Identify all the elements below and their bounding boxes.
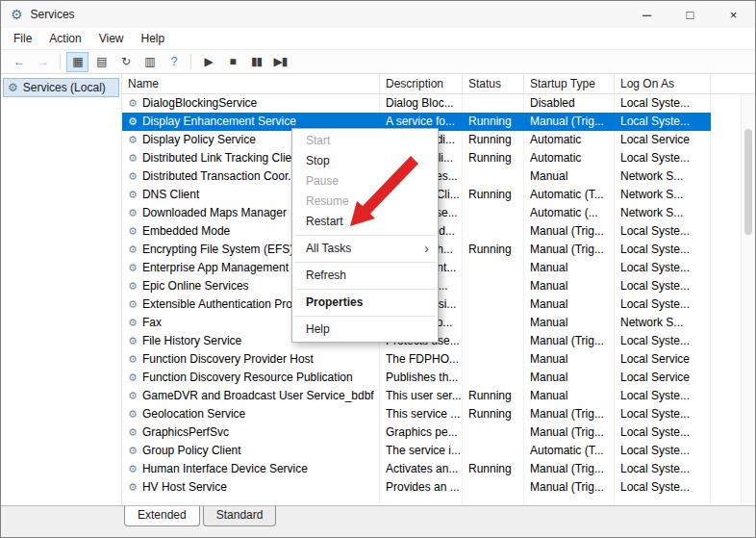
table-row[interactable]: ⚙GraphicsPerfSvcGraphics pe...Manual (Tr… (122, 423, 711, 442)
table-row[interactable]: ⚙Function Discovery Resource Publication… (122, 369, 711, 387)
menu-view[interactable]: View (90, 29, 133, 48)
table-row[interactable]: ⚙Human Interface Device ServiceActivates… (122, 460, 711, 478)
cell-log_on_as: Local Syste... (615, 222, 711, 241)
table-row[interactable]: ⚙Function Discovery Provider HostThe FDP… (122, 350, 711, 369)
cell-name: ⚙GraphicsPerfSvc (122, 423, 380, 442)
properties-button[interactable]: ▤ (90, 52, 113, 72)
service-gear-icon: ⚙ (128, 149, 138, 167)
cell-log_on_as: Local Syste... (615, 259, 711, 277)
cell-name: ⚙HV Host Service (122, 478, 380, 497)
cell-startup_type: Manual (Trig... (524, 241, 615, 259)
submenu-arrow-icon: › (424, 239, 429, 259)
cell-startup_type: Manual (Trig... (524, 113, 615, 131)
menu-file[interactable]: File (5, 29, 40, 48)
column-header-status[interactable]: Status (463, 74, 524, 93)
menu-bar: FileActionViewHelp (1, 28, 755, 49)
vertical-scrollbar[interactable] (741, 94, 755, 505)
context-menu-item-resume: Resume (292, 192, 438, 212)
service-name: HV Host Service (142, 478, 374, 497)
context-menu-item-label: Properties (306, 295, 363, 309)
view-tab-standard[interactable]: Standard (203, 506, 277, 526)
service-gear-icon: ⚙ (128, 222, 138, 241)
services-list-panel: NameDescriptionStatusStartup TypeLog On … (122, 74, 755, 505)
menu-action[interactable]: Action (40, 29, 89, 48)
context-menu-item-start: Start (292, 131, 438, 151)
cell-startup_type: Manual (524, 259, 615, 277)
cell-log_on_as: Network S... (615, 204, 711, 222)
restart-service-button[interactable]: ▶▮ (269, 52, 291, 72)
cell-startup_type: Automatic (524, 149, 615, 167)
service-gear-icon: ⚙ (128, 94, 138, 113)
cell-status: Running (463, 241, 524, 259)
cell-log_on_as: Local Service (615, 369, 711, 387)
column-header-startup-type[interactable]: Startup Type (524, 74, 615, 93)
column-header-name[interactable]: Name (122, 74, 380, 93)
pause-service-button[interactable]: ▮▮ (245, 52, 267, 72)
cell-log_on_as: Network S... (615, 314, 711, 332)
table-row[interactable]: ⚙Geolocation ServiceThis service ...Runn… (122, 405, 711, 423)
tree-item-label: Services (Local) (23, 81, 106, 94)
toolbar-separator (190, 54, 191, 69)
help-button[interactable]: ? (163, 52, 185, 72)
cell-log_on_as: Network S... (615, 167, 711, 186)
cell-description: Activates an... (380, 460, 463, 478)
column-header-log-on-as[interactable]: Log On As (615, 74, 711, 93)
service-name: Group Policy Client (142, 442, 374, 460)
service-gear-icon: ⚙ (128, 350, 138, 369)
forward-button[interactable]: → (32, 52, 54, 72)
context-menu-item-stop[interactable]: Stop (292, 151, 438, 171)
context-menu-item-help[interactable]: Help (292, 320, 438, 340)
start-service-button[interactable]: ▶ (197, 52, 219, 72)
cell-status: Running (463, 186, 524, 204)
refresh-button[interactable]: ↻ (114, 52, 137, 72)
table-row[interactable]: ⚙GameDVR and Broadcast User Service_bdbf… (122, 387, 711, 405)
footer-tabs: ExtendedStandard (124, 506, 279, 526)
service-name: GraphicsPerfSvc (142, 423, 374, 442)
close-button[interactable]: × (712, 1, 755, 28)
stop-service-button[interactable]: ■ (221, 52, 243, 72)
view-tab-extended[interactable]: Extended (124, 506, 200, 526)
context-menu-item-label: All Tasks (306, 242, 351, 255)
cell-status (463, 204, 524, 222)
export-list-button[interactable]: ▥ (139, 52, 161, 72)
context-menu-item-refresh[interactable]: Refresh (292, 266, 438, 286)
service-gear-icon: ⚙ (128, 241, 138, 259)
cell-name: ⚙DialogBlockingService (122, 94, 380, 113)
services-tree-icon: ⚙ (8, 81, 18, 94)
tree-item-services-local[interactable]: ⚙ Services (Local) (3, 78, 119, 97)
toolbar: ←→▦▤↻▥?▶■▮▮▶▮ (1, 49, 755, 74)
service-gear-icon: ⚙ (128, 369, 138, 387)
cell-log_on_as: Local Syste... (615, 295, 711, 314)
table-row[interactable]: ⚙HV Host ServiceProvides an ...Manual (T… (122, 478, 711, 497)
minimize-button[interactable]: ─ (625, 1, 668, 28)
cell-status: Running (463, 131, 524, 149)
cell-startup_type: Manual (524, 167, 615, 186)
cell-log_on_as: Local Syste... (615, 442, 711, 460)
menu-help[interactable]: Help (133, 29, 174, 48)
maximize-button[interactable]: □ (668, 1, 712, 28)
context-menu-item-properties[interactable]: Properties (292, 293, 438, 313)
show-console-tree-button[interactable]: ▦ (66, 52, 88, 72)
console-tree-panel: ⚙ Services (Local) (1, 74, 122, 505)
context-menu-item-restart[interactable]: Restart (292, 212, 438, 232)
cell-name: ⚙GameDVR and Broadcast User Service_bdbf… (122, 387, 380, 405)
context-menu-item-label: Help (306, 322, 330, 336)
back-button[interactable]: ← (8, 52, 30, 72)
cell-name: ⚙Function Discovery Resource Publication (122, 369, 380, 387)
menu-separator (294, 289, 436, 290)
column-header-description[interactable]: Description (380, 74, 463, 93)
cell-log_on_as: Local Syste... (615, 241, 711, 259)
table-row[interactable]: ⚙Group Policy ClientThe service i...Auto… (122, 442, 711, 460)
scrollbar-thumb[interactable] (744, 129, 752, 235)
table-header: NameDescriptionStatusStartup TypeLog On … (122, 74, 755, 94)
cell-status: Running (463, 460, 524, 478)
cell-log_on_as: Local Syste... (615, 332, 711, 350)
context-menu-item-all-tasks[interactable]: All Tasks› (292, 239, 438, 259)
context-menu-item-label: Restart (306, 215, 343, 228)
cell-log_on_as: Local Syste... (615, 277, 711, 295)
service-gear-icon: ⚙ (128, 204, 138, 222)
table-row[interactable]: ⚙DialogBlockingServiceDialog Bloc...Disa… (122, 94, 711, 113)
cell-status (463, 259, 524, 277)
context-menu-item-label: Resume (306, 194, 349, 208)
cell-startup_type: Manual (524, 314, 615, 332)
